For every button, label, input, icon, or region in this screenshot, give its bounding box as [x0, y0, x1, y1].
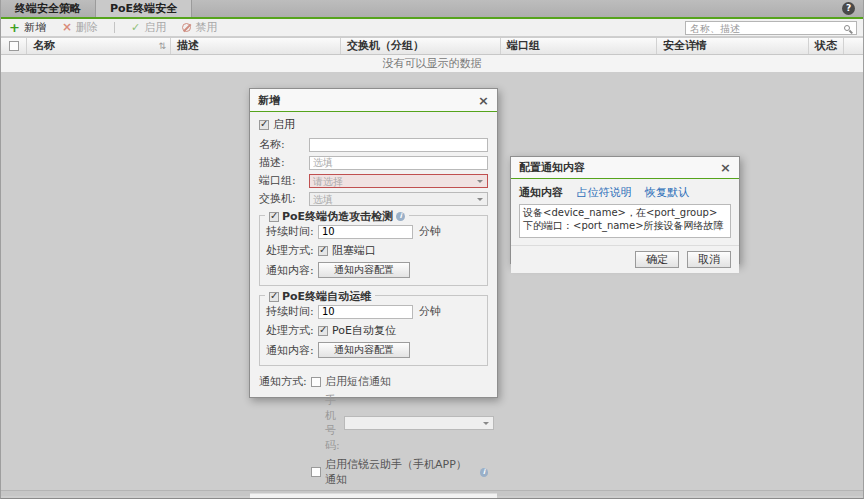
- add-dialog: 新增 × 启用 名称: 描述: 端口组: 请选择 交换机: 选填: [249, 88, 498, 398]
- toolbar-divider: [114, 22, 115, 33]
- app-notify-label: 启用信锐云助手（手机APP）通知: [325, 457, 477, 487]
- column-name-label: 名称: [33, 39, 55, 52]
- sort-icon[interactable]: ⇅: [158, 38, 166, 54]
- select-all-cell: [1, 38, 27, 54]
- check-icon: ✓: [131, 22, 140, 33]
- search-icon[interactable]: [844, 25, 850, 31]
- info-icon[interactable]: [396, 212, 405, 221]
- add-dialog-header: 新增 ×: [250, 89, 497, 112]
- empty-message-text: 没有可以显示的数据: [383, 57, 482, 70]
- app-notify-checkbox[interactable]: [311, 467, 321, 477]
- phone-select[interactable]: [344, 416, 494, 430]
- switch-select[interactable]: 选填: [309, 192, 488, 206]
- delete-icon: ×: [62, 22, 72, 33]
- tab-terminal-security-policy[interactable]: 终端安全策略: [1, 0, 96, 17]
- detection-checkbox[interactable]: [269, 212, 279, 222]
- column-spacer: [844, 38, 863, 54]
- maintenance-section: PoE终端自动运维 持续时间: 分钟 处理方式: PoE自动复位 通知内容: 通…: [259, 295, 488, 366]
- add-button[interactable]: + 新增: [9, 20, 46, 35]
- enable-checkbox[interactable]: [259, 120, 269, 130]
- close-icon[interactable]: ×: [720, 161, 731, 174]
- detection-section: PoE终端伪造攻击检测 持续时间: 分钟 处理方式: 阻塞端口 通知内容: 通知…: [259, 215, 488, 286]
- description-field[interactable]: [309, 156, 488, 170]
- maintenance-legend: PoE终端自动运维: [265, 289, 375, 304]
- poe-reset-label: PoE自动复位: [332, 323, 396, 338]
- placeholder-help-link[interactable]: 占位符说明: [577, 186, 632, 199]
- column-security-details[interactable]: 安全详情: [657, 38, 809, 54]
- add-dialog-title: 新增: [258, 93, 478, 108]
- app-window: 终端安全策略 PoE终端安全 ? + 新增 × 删除 ✓ 启用 禁用: [0, 0, 864, 499]
- notify-content-label: 通知内容: [519, 186, 563, 199]
- maintenance-legend-label: PoE终端自动运维: [282, 289, 371, 304]
- detection-notify-config-button[interactable]: 通知内容配置: [318, 262, 410, 278]
- add-dialog-body: 启用 名称: 描述: 端口组: 请选择 交换机: 选填: [250, 112, 497, 487]
- detection-legend: PoE终端伪造攻击检测: [265, 209, 409, 224]
- notify-dialog-title: 配置通知内容: [519, 160, 720, 175]
- maintenance-notify-label: 通知内容:: [266, 343, 318, 358]
- detection-duration-unit: 分钟: [419, 224, 441, 239]
- detection-action-label: 处理方式:: [266, 243, 318, 258]
- sms-notify-checkbox[interactable]: [311, 377, 321, 387]
- add-dialog-footer: 提交 取消: [250, 493, 497, 499]
- notify-content-textarea[interactable]: 设备<device_name>，在<port_group>下的端口：<port_…: [519, 204, 731, 238]
- help-icon[interactable]: ?: [842, 2, 855, 15]
- tab-poe-terminal-security[interactable]: PoE终端安全: [96, 0, 192, 17]
- notify-dialog-footer: 确定 取消: [511, 245, 739, 273]
- maintenance-duration-unit: 分钟: [419, 304, 441, 319]
- block-port-label: 阻塞端口: [332, 243, 376, 258]
- detection-duration-label: 持续时间:: [266, 224, 318, 239]
- delete-button[interactable]: × 删除: [62, 20, 98, 35]
- maintenance-duration-field[interactable]: [318, 305, 413, 319]
- disable-button[interactable]: 禁用: [182, 20, 217, 35]
- plus-icon: +: [9, 22, 20, 33]
- toolbar: + 新增 × 删除 ✓ 启用 禁用: [1, 19, 863, 37]
- delete-button-label: 删除: [76, 20, 98, 35]
- description-label: 描述:: [259, 155, 309, 170]
- port-group-select[interactable]: 请选择: [309, 174, 488, 188]
- notify-content-dialog: 配置通知内容 × 通知内容 占位符说明 恢复默认 设备<device_name>…: [510, 156, 740, 264]
- port-group-label: 端口组:: [259, 173, 309, 188]
- enable-checkbox-label: 启用: [273, 117, 295, 132]
- sms-notify-label: 启用短信通知: [325, 374, 391, 389]
- notify-method-label: 通知方式:: [259, 374, 311, 389]
- notify-dialog-header: 配置通知内容 ×: [511, 157, 739, 179]
- maintenance-notify-config-button[interactable]: 通知内容配置: [318, 342, 410, 358]
- enable-button[interactable]: ✓ 启用: [131, 20, 166, 35]
- search-input[interactable]: [686, 22, 844, 34]
- detection-duration-field[interactable]: [318, 225, 413, 239]
- restore-default-link[interactable]: 恢复默认: [645, 186, 689, 199]
- maintenance-checkbox[interactable]: [269, 292, 279, 302]
- ok-button[interactable]: 确定: [635, 251, 679, 268]
- column-description[interactable]: 描述: [171, 38, 341, 54]
- detection-legend-label: PoE终端伪造攻击检测: [282, 209, 393, 224]
- info-icon[interactable]: [480, 468, 488, 477]
- tab-bar: 终端安全策略 PoE终端安全 ?: [1, 0, 863, 17]
- column-status[interactable]: 状态: [809, 38, 844, 54]
- enable-button-label: 启用: [144, 20, 166, 35]
- column-name[interactable]: 名称 ⇅: [27, 38, 171, 54]
- maintenance-action-label: 处理方式:: [266, 323, 318, 338]
- close-icon[interactable]: ×: [478, 94, 489, 107]
- detection-notify-label: 通知内容:: [266, 263, 318, 278]
- block-port-checkbox[interactable]: [318, 246, 328, 256]
- add-button-label: 新增: [24, 20, 46, 35]
- disable-button-label: 禁用: [195, 20, 217, 35]
- switch-label: 交换机:: [259, 191, 309, 206]
- maintenance-duration-label: 持续时间:: [266, 304, 318, 319]
- table-header: 名称 ⇅ 描述 交换机（分组） 端口组 安全详情 状态: [1, 38, 863, 55]
- notify-dialog-body: 通知内容 占位符说明 恢复默认 设备<device_name>，在<port_g…: [511, 179, 739, 241]
- select-all-checkbox[interactable]: [9, 41, 19, 51]
- column-switch-group[interactable]: 交换机（分组）: [341, 38, 501, 54]
- poe-reset-checkbox[interactable]: [318, 326, 328, 336]
- search-box: [685, 21, 857, 35]
- name-field[interactable]: [309, 138, 488, 152]
- cancel-button[interactable]: 取消: [687, 251, 731, 268]
- ban-icon: [182, 23, 191, 32]
- name-label: 名称:: [259, 137, 309, 152]
- empty-table-message: 没有可以显示的数据: [1, 55, 863, 72]
- phone-label: 手机号码:: [325, 393, 340, 453]
- column-port-group[interactable]: 端口组: [501, 38, 657, 54]
